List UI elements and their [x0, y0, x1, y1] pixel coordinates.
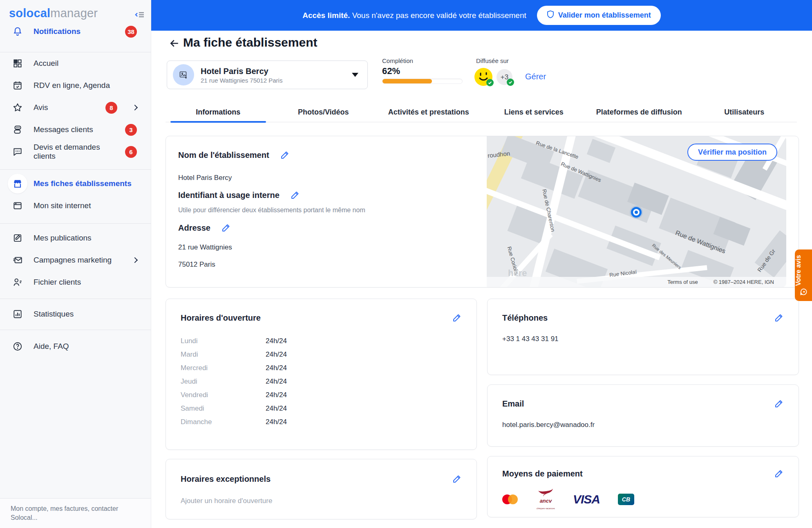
- sidebar-item-mon-site-internet[interactable]: Mon site internet: [0, 195, 151, 217]
- account-footer-link[interactable]: Mon compte, mes factures, contacter Solo…: [0, 498, 151, 528]
- phones-title: Téléphones: [502, 313, 548, 323]
- completion-label: Complétion: [382, 57, 413, 64]
- bar-chart-icon: [11, 308, 24, 320]
- name-field-label-row: Nom de l'établissement: [178, 150, 290, 160]
- day-label: Jeudi: [181, 377, 266, 386]
- day-label: Lundi: [181, 337, 266, 345]
- phone-number: +33 1 43 43 31 91: [502, 335, 784, 343]
- hours-row: Mercredi24h/24: [181, 361, 462, 375]
- cb-icon: CB: [618, 494, 634, 505]
- sidebar-item-label: RDV en ligne, Agenda: [34, 81, 110, 90]
- establishment-selector[interactable]: Hotel Paris Bercy 21 rue Wattignies 7501…: [167, 61, 368, 89]
- sidebar-item-label: Mon site internet: [34, 201, 91, 210]
- banner-text: Accès limité. Vous n'avez pas encore val…: [302, 11, 526, 20]
- manage-diffusion-link[interactable]: Gérer: [525, 72, 546, 81]
- check-badge-icon: [507, 79, 514, 86]
- sidebar-item-label: Accueil: [34, 59, 58, 68]
- address-line1: 21 rue Wattignies: [178, 243, 232, 252]
- map-position-marker: [631, 207, 642, 218]
- day-label: Samedi: [181, 404, 266, 413]
- ancv-label: ancv: [540, 498, 552, 504]
- map-attribution: Terms of use © 1987–2024 HERE, IGN: [487, 277, 786, 287]
- chevron-right-icon: [132, 105, 138, 110]
- edit-name-icon[interactable]: [280, 150, 290, 160]
- notifications-badge: 38: [125, 26, 137, 38]
- devis-badge: 6: [125, 146, 137, 158]
- sidebar-item-label: Devis et demandes clients: [34, 143, 115, 161]
- chevron-down-icon: [352, 73, 358, 77]
- sidebar-item-messages-clients[interactable]: Messages clients 3: [0, 119, 151, 141]
- name-field-label: Nom de l'établissement: [178, 151, 269, 160]
- establishment-address: 21 rue Wattignies 75012 Paris: [201, 77, 282, 84]
- establishment-avatar: [173, 64, 194, 85]
- edit-opening-hours-icon[interactable]: [452, 313, 462, 323]
- sidebar-item-fichier-clients[interactable]: Fichier clients: [0, 271, 151, 293]
- hours-row: Vendredi24h/24: [181, 388, 462, 402]
- tab-plateformes-diffusion[interactable]: Plateformes de diffusion: [586, 103, 692, 122]
- map-terms-link[interactable]: Terms of use: [667, 279, 698, 285]
- establishment-texts: Hotel Paris Bercy 21 rue Wattignies 7501…: [201, 66, 282, 84]
- sidebar-item-rdv-agenda[interactable]: RDV en ligne, Agenda: [0, 74, 151, 97]
- sidebar-item-label: Fichier clients: [34, 278, 81, 287]
- sidebar-item-notifications[interactable]: Notifications 38: [0, 20, 151, 43]
- banner-message: Vous n'avez pas encore validé votre étab…: [352, 11, 526, 20]
- sidebar-item-label: Aide, FAQ: [34, 342, 69, 351]
- logo-solocal: solocal: [9, 7, 50, 20]
- sidebar-item-label: Notifications: [34, 27, 81, 36]
- tab-utilisateurs[interactable]: Utilisateurs: [692, 103, 797, 122]
- messages-badge: 3: [125, 124, 137, 136]
- feedback-tab[interactable]: Votre avis: [795, 249, 812, 301]
- sidebar-divider: [0, 330, 151, 330]
- ancv-sub-label: chèques-vacances: [537, 507, 555, 510]
- internal-id-label-row: Identifiant à usage interne: [178, 190, 300, 200]
- email-title: Email: [502, 399, 524, 409]
- diffusion-more-platforms[interactable]: +3: [497, 69, 512, 85]
- person-list-icon: [11, 276, 24, 288]
- collapse-sidebar-icon[interactable]: [134, 9, 145, 20]
- tab-liens-services[interactable]: Liens et services: [481, 103, 587, 122]
- edit-payment-methods-icon[interactable]: [774, 469, 784, 479]
- sidebar-item-campagnes-marketing[interactable]: Campagnes marketing: [0, 249, 151, 271]
- hours-row: Jeudi24h/24: [181, 375, 462, 388]
- hours-row: Dimanche24h/24: [181, 415, 462, 429]
- sidebar-item-devis-demandes[interactable]: Devis et demandes clients 6: [0, 141, 151, 163]
- sidebar-item-label: Mes publications: [34, 234, 92, 243]
- phones-card: Téléphones +33 1 43 43 31 91: [487, 299, 799, 375]
- edit-address-icon[interactable]: [221, 223, 231, 233]
- verify-position-button[interactable]: Vérifier ma position: [687, 144, 777, 161]
- limited-access-banner: Accès limité. Vous n'avez pas encore val…: [151, 0, 812, 31]
- edit-internal-id-icon[interactable]: [290, 190, 300, 200]
- sidebar-item-avis[interactable]: Avis 8: [0, 97, 151, 119]
- payment-methods-list: ancv chèques-vacances VISA CB: [502, 488, 784, 510]
- establishment-name: Hotel Paris Bercy: [201, 66, 282, 76]
- validate-establishment-button[interactable]: Valider mon établissement: [537, 6, 661, 25]
- completion-progress-fill: [383, 79, 432, 83]
- add-exceptional-hours-placeholder[interactable]: Ajouter un horaire d'ouverture: [181, 497, 462, 505]
- email-value: hotel.paris.bercy@wanadoo.fr: [502, 421, 784, 429]
- tab-activites-prestations[interactable]: Activités et prestations: [376, 103, 481, 122]
- envelope-send-icon: [11, 254, 24, 266]
- time-value: 24h/24: [266, 391, 287, 399]
- sidebar-item-label: Campagnes marketing: [34, 256, 112, 265]
- sidebar-item-statistiques[interactable]: Statistiques: [0, 303, 151, 325]
- edit-phones-icon[interactable]: [774, 313, 784, 323]
- tab-photos-videos[interactable]: Photos/Vidéos: [271, 103, 376, 122]
- name-field-value: Hotel Paris Bercy: [178, 174, 232, 182]
- hours-row: Mardi24h/24: [181, 348, 462, 361]
- sidebar-item-mes-fiches-etablissements[interactable]: Mes fiches établissements: [0, 173, 151, 195]
- tab-informations[interactable]: Informations: [166, 103, 271, 122]
- location-map[interactable]: roudhon Rue de la Lancette Rue de Wattig…: [487, 136, 786, 287]
- sidebar-item-accueil[interactable]: Accueil: [0, 52, 151, 74]
- exceptional-hours-card: Horaires exceptionnels Ajouter un horair…: [166, 459, 477, 519]
- back-arrow-icon[interactable]: [168, 37, 181, 49]
- sidebar-item-mes-publications[interactable]: Mes publications: [0, 227, 151, 249]
- check-badge-icon: [486, 79, 494, 86]
- sidebar-item-aide-faq[interactable]: Aide, FAQ: [0, 335, 151, 357]
- sidebar-item-label: Avis: [34, 103, 48, 112]
- edit-exceptional-hours-icon[interactable]: [452, 474, 462, 484]
- pagesjaunes-smiley-icon[interactable]: [474, 68, 492, 86]
- diffusion-label: Diffusée sur: [476, 57, 509, 64]
- sidebar-divider: [0, 169, 151, 170]
- edit-email-icon[interactable]: [774, 399, 784, 409]
- completion-value: 62%: [382, 66, 400, 76]
